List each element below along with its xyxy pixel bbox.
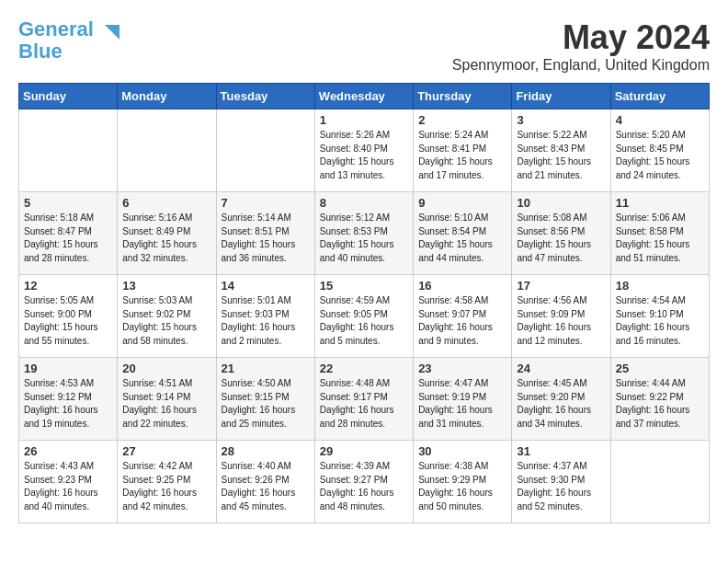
day-info: Sunrise: 5:06 AM Sunset: 8:58 PM Dayligh… [616,212,704,265]
day-number: 29 [320,444,408,458]
day-info: Sunrise: 5:24 AM Sunset: 8:41 PM Dayligh… [418,129,506,182]
calendar-cell [19,109,118,192]
calendar-cell: 17Sunrise: 4:56 AM Sunset: 9:09 PM Dayli… [512,275,610,358]
day-info: Sunrise: 4:54 AM Sunset: 9:10 PM Dayligh… [616,294,704,348]
header-monday: Monday [118,84,216,109]
calendar-cell: 4Sunrise: 5:20 AM Sunset: 8:45 PM Daylig… [610,109,709,192]
day-info: Sunrise: 4:53 AM Sunset: 9:12 PM Dayligh… [24,377,112,431]
page-header: GeneralBlue May 2024 Spennymoor, England… [18,18,710,74]
day-number: 23 [418,362,506,375]
day-number: 21 [222,362,310,375]
day-number: 31 [517,444,605,458]
calendar-cell: 19Sunrise: 4:53 AM Sunset: 9:12 PM Dayli… [19,358,118,441]
header-row: SundayMondayTuesdayWednesdayThursdayFrid… [19,84,710,109]
calendar-table: SundayMondayTuesdayWednesdayThursdayFrid… [18,83,710,523]
calendar-cell [216,109,314,192]
day-info: Sunrise: 4:40 AM Sunset: 9:26 PM Dayligh… [222,460,310,513]
calendar-cell: 21Sunrise: 4:50 AM Sunset: 9:15 PM Dayli… [216,358,314,441]
day-info: Sunrise: 4:38 AM Sunset: 9:29 PM Dayligh… [418,460,506,513]
day-number: 19 [24,362,112,375]
day-info: Sunrise: 4:47 AM Sunset: 9:19 PM Dayligh… [418,377,506,431]
day-info: Sunrise: 4:58 AM Sunset: 9:07 PM Dayligh… [418,294,506,348]
header-saturday: Saturday [610,84,709,109]
calendar-cell [118,109,216,192]
location: Spennymoor, England, United Kingdom [452,57,710,74]
day-info: Sunrise: 5:12 AM Sunset: 8:53 PM Dayligh… [320,212,408,265]
day-number: 17 [517,279,605,293]
day-number: 22 [320,362,408,375]
day-info: Sunrise: 5:03 AM Sunset: 9:02 PM Dayligh… [122,294,210,348]
calendar-cell: 13Sunrise: 5:03 AM Sunset: 9:02 PM Dayli… [118,275,216,358]
day-number: 4 [616,113,704,127]
day-number: 9 [418,196,506,210]
day-number: 13 [122,279,210,293]
day-number: 14 [222,279,310,293]
header-wednesday: Wednesday [314,84,413,109]
day-info: Sunrise: 5:20 AM Sunset: 8:45 PM Dayligh… [616,129,704,182]
calendar-cell: 18Sunrise: 4:54 AM Sunset: 9:10 PM Dayli… [610,275,709,358]
header-thursday: Thursday [414,84,512,109]
week-row-3: 12Sunrise: 5:05 AM Sunset: 9:00 PM Dayli… [19,275,710,358]
day-number: 18 [616,279,704,293]
day-info: Sunrise: 5:08 AM Sunset: 8:56 PM Dayligh… [517,212,605,265]
calendar-cell: 23Sunrise: 4:47 AM Sunset: 9:19 PM Dayli… [414,358,512,441]
calendar-cell: 22Sunrise: 4:48 AM Sunset: 9:17 PM Dayli… [314,358,413,441]
logo: GeneralBlue [18,18,123,63]
day-info: Sunrise: 4:51 AM Sunset: 9:14 PM Dayligh… [122,377,210,431]
logo-text: GeneralBlue [18,18,94,63]
day-number: 11 [616,196,704,210]
header-friday: Friday [512,84,610,109]
calendar-cell: 31Sunrise: 4:37 AM Sunset: 9:30 PM Dayli… [512,441,610,523]
day-info: Sunrise: 4:37 AM Sunset: 9:30 PM Dayligh… [517,460,605,513]
day-number: 5 [24,196,112,210]
day-number: 20 [122,362,210,375]
calendar-cell: 25Sunrise: 4:44 AM Sunset: 9:22 PM Dayli… [610,358,709,441]
day-info: Sunrise: 4:48 AM Sunset: 9:17 PM Dayligh… [320,377,408,431]
day-info: Sunrise: 5:05 AM Sunset: 9:00 PM Dayligh… [24,294,112,348]
logo-arrow-icon [97,21,123,47]
calendar-cell: 20Sunrise: 4:51 AM Sunset: 9:14 PM Dayli… [118,358,216,441]
calendar-header: SundayMondayTuesdayWednesdayThursdayFrid… [19,84,710,109]
svg-marker-0 [105,25,119,40]
calendar-cell: 5Sunrise: 5:18 AM Sunset: 8:47 PM Daylig… [19,192,118,275]
calendar-cell: 27Sunrise: 4:42 AM Sunset: 9:25 PM Dayli… [118,441,216,523]
calendar-cell: 26Sunrise: 4:43 AM Sunset: 9:23 PM Dayli… [19,441,118,523]
calendar-cell: 7Sunrise: 5:14 AM Sunset: 8:51 PM Daylig… [216,192,314,275]
week-row-5: 26Sunrise: 4:43 AM Sunset: 9:23 PM Dayli… [19,441,710,523]
week-row-1: 1Sunrise: 5:26 AM Sunset: 8:40 PM Daylig… [19,109,710,192]
day-info: Sunrise: 5:14 AM Sunset: 8:51 PM Dayligh… [222,212,310,265]
calendar-cell: 9Sunrise: 5:10 AM Sunset: 8:54 PM Daylig… [414,192,512,275]
day-number: 12 [24,279,112,293]
day-number: 2 [418,113,506,127]
calendar-cell: 16Sunrise: 4:58 AM Sunset: 9:07 PM Dayli… [414,275,512,358]
day-number: 16 [418,279,506,293]
calendar-cell: 11Sunrise: 5:06 AM Sunset: 8:58 PM Dayli… [610,192,709,275]
calendar-cell: 28Sunrise: 4:40 AM Sunset: 9:26 PM Dayli… [216,441,314,523]
calendar-cell: 10Sunrise: 5:08 AM Sunset: 8:56 PM Dayli… [512,192,610,275]
day-number: 27 [122,444,210,458]
day-number: 3 [517,113,605,127]
calendar-body: 1Sunrise: 5:26 AM Sunset: 8:40 PM Daylig… [19,109,710,523]
day-info: Sunrise: 4:43 AM Sunset: 9:23 PM Dayligh… [24,460,112,513]
day-info: Sunrise: 5:26 AM Sunset: 8:40 PM Dayligh… [320,129,408,182]
calendar-cell: 3Sunrise: 5:22 AM Sunset: 8:43 PM Daylig… [512,109,610,192]
day-info: Sunrise: 5:10 AM Sunset: 8:54 PM Dayligh… [418,212,506,265]
day-info: Sunrise: 4:50 AM Sunset: 9:15 PM Dayligh… [222,377,310,431]
header-sunday: Sunday [19,84,118,109]
calendar-cell: 2Sunrise: 5:24 AM Sunset: 8:41 PM Daylig… [414,109,512,192]
day-info: Sunrise: 5:01 AM Sunset: 9:03 PM Dayligh… [222,294,310,348]
day-number: 15 [320,279,408,293]
day-info: Sunrise: 5:22 AM Sunset: 8:43 PM Dayligh… [517,129,605,182]
calendar-cell: 8Sunrise: 5:12 AM Sunset: 8:53 PM Daylig… [314,192,413,275]
day-number: 26 [24,444,112,458]
calendar-cell: 29Sunrise: 4:39 AM Sunset: 9:27 PM Dayli… [314,441,413,523]
day-info: Sunrise: 4:42 AM Sunset: 9:25 PM Dayligh… [122,460,210,513]
day-number: 25 [616,362,704,375]
day-info: Sunrise: 4:45 AM Sunset: 9:20 PM Dayligh… [517,377,605,431]
day-number: 28 [222,444,310,458]
month-year: May 2024 [452,18,710,57]
day-number: 24 [517,362,605,375]
calendar-cell: 15Sunrise: 4:59 AM Sunset: 9:05 PM Dayli… [314,275,413,358]
week-row-2: 5Sunrise: 5:18 AM Sunset: 8:47 PM Daylig… [19,192,710,275]
day-info: Sunrise: 4:59 AM Sunset: 9:05 PM Dayligh… [320,294,408,348]
